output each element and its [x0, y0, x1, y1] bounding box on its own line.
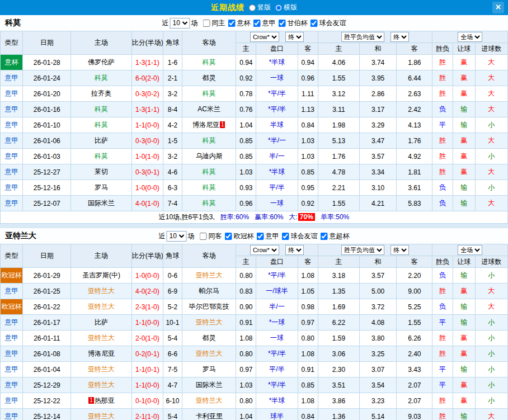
team-name: 佛罗伦萨	[88, 58, 115, 66]
result-handicap: 赢	[453, 55, 475, 70]
avg-final-select[interactable]: 终	[391, 32, 409, 42]
match-count-select[interactable]: 10	[170, 18, 190, 29]
league-type: 意甲	[1, 409, 23, 420]
euro-home-odds: 1.59	[318, 331, 359, 346]
away-handicap-odds: 1.05	[298, 284, 318, 299]
filter-option[interactable]: 意超杯	[321, 232, 350, 241]
handicap-final-select[interactable]: 终	[285, 245, 304, 255]
euro-home-odds: 3.18	[318, 268, 359, 284]
home-handicap-odds: 0.96	[236, 196, 256, 211]
euro-draw-odds: 3.34	[360, 164, 397, 180]
filter-checkbox[interactable]	[279, 20, 286, 27]
home-handicap-odds: 0.97	[236, 362, 256, 377]
bookmaker-select[interactable]: Crow*	[250, 245, 279, 255]
avg-odds-select[interactable]: 胜平负均值	[341, 32, 384, 42]
filter-controls: 近 10 场 同客欧冠杯意甲球会友谊意超杯	[158, 231, 351, 242]
result-outcome: 负	[432, 180, 453, 196]
home-handicap-odds: 0.80	[236, 393, 256, 409]
fulltime-scope-select[interactable]: 全场	[458, 245, 482, 255]
euro-draw-odds: 3.23	[360, 393, 397, 409]
handicap-final-select[interactable]: 终	[285, 32, 304, 42]
filter-option[interactable]: 球会友谊	[311, 18, 346, 28]
away-handicap-odds: 0.85	[298, 377, 318, 393]
layout-option-vertical[interactable]: 竖版	[249, 3, 271, 12]
home-team: 亚特兰大	[71, 377, 131, 393]
corners: 1-5	[163, 133, 182, 149]
score: 1-1(0-0)	[131, 377, 163, 393]
result-outcome: 负	[432, 268, 453, 284]
col-odds-away: 客	[298, 43, 318, 55]
filter-checkbox[interactable]	[321, 233, 328, 240]
filter-checkbox[interactable]	[257, 233, 264, 240]
layout-option-horizontal[interactable]: 横版	[275, 3, 297, 12]
result-handicap: 输	[453, 409, 475, 420]
team-name: 科莫	[95, 152, 108, 160]
match-row: 意甲26-01-08博洛尼亚0-2(0-1)6-6亚特兰大0.80*平/半1.0…	[1, 346, 508, 362]
euro-away-odds: 2.42	[397, 102, 432, 117]
filter-option[interactable]: 意甲	[257, 232, 279, 241]
horizontal-layout-radio[interactable]	[275, 4, 282, 11]
result-outcome: 胜	[432, 331, 453, 346]
corners: 1-6	[163, 55, 182, 70]
filter-option[interactable]: 甘伯杯	[279, 18, 308, 28]
handicap-line: *半球	[256, 55, 298, 70]
filter-checkbox[interactable]	[253, 20, 261, 27]
filter-option[interactable]: 意甲	[253, 18, 276, 28]
filter-option[interactable]: 球会友谊	[282, 232, 318, 241]
filter-label: 意甲	[262, 18, 276, 28]
result-handicap: 输	[453, 180, 475, 196]
col-euro-away: 客	[397, 43, 432, 55]
result-goals: 大	[475, 409, 507, 420]
euro-home-odds: 2.21	[318, 180, 359, 196]
corners: 4-7	[163, 377, 182, 393]
away-team: 博洛尼亚1	[182, 117, 236, 133]
filter-checkbox[interactable]	[203, 20, 210, 27]
away-team: 科莫	[182, 164, 236, 180]
col-goals-result: 进球数	[475, 43, 507, 55]
result-goals: 大	[475, 86, 507, 102]
avg-odds-select[interactable]: 胜平负均值	[341, 245, 384, 255]
corners: 7-5	[163, 362, 182, 377]
away-team: 科莫	[182, 180, 236, 196]
result-goals: 大	[475, 133, 507, 149]
filter-option[interactable]: 同客	[200, 232, 222, 241]
filter-checkbox[interactable]	[282, 233, 289, 240]
filter-option[interactable]: 意杯	[228, 18, 251, 28]
euro-away-odds: 4.13	[397, 117, 432, 133]
corners: 6-6	[163, 346, 182, 362]
close-icon[interactable]: ×	[492, 2, 504, 13]
result-outcome: 平	[432, 315, 453, 331]
col-date: 日期	[23, 244, 71, 268]
team-name: 国际米兰	[88, 199, 115, 207]
como-summary-bar: 近10场,胜6平1负3,胜率:60%赢率:60%大:70%单率:50%	[0, 211, 508, 224]
match-row: 意甲26-01-17比萨1-1(0-0)10-1亚特兰大0.91*一球0.976…	[1, 315, 508, 331]
away-handicap-odds: 0.95	[298, 180, 318, 196]
filter-checkbox[interactable]	[228, 20, 236, 27]
col-handicap: 盘口	[256, 256, 298, 268]
match-row: 意甲26-01-06比萨0-3(0-0)1-5科莫0.85*半/一1.035.1…	[1, 133, 508, 149]
euro-draw-odds: 3.74	[360, 55, 397, 70]
euro-away-odds: 6.44	[397, 70, 432, 86]
corners: 5-4	[163, 409, 182, 420]
fulltime-scope-select[interactable]: 全场	[458, 32, 482, 42]
filter-option[interactable]: 同主	[203, 18, 225, 28]
bookmaker-select[interactable]: Crow*	[250, 32, 279, 42]
avg-final-select[interactable]: 终	[391, 245, 409, 255]
home-handicap-odds: 1.03	[236, 377, 256, 393]
result-goals: 大	[475, 284, 507, 299]
team-name: 拉齐奥	[91, 89, 111, 97]
away-handicap-odds: 1.08	[298, 393, 318, 409]
league-type: 意甲	[1, 346, 23, 362]
filter-checkbox[interactable]	[225, 233, 232, 240]
filter-checkbox[interactable]	[200, 233, 207, 240]
euro-home-odds: 3.86	[318, 393, 359, 409]
vertical-layout-radio[interactable]	[249, 4, 256, 11]
como-section: 科莫 近 10 场 同主意杯意甲甘伯杯球会友谊 类型 日期 主场 比分(半场) …	[0, 15, 508, 224]
avg-odds-group: 胜平负均值 终	[318, 244, 432, 256]
match-count-select[interactable]: 10	[167, 231, 187, 242]
filter-option[interactable]: 欧冠杯	[225, 232, 254, 241]
handicap-line: 一球	[256, 70, 298, 86]
handicap-line: *半/一	[256, 133, 298, 149]
match-date: 25-12-14	[23, 409, 71, 420]
filter-checkbox[interactable]	[311, 20, 318, 27]
